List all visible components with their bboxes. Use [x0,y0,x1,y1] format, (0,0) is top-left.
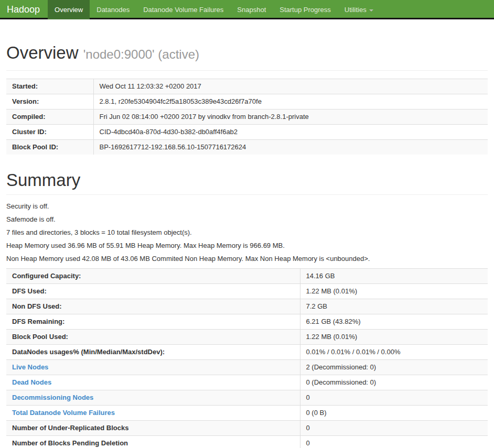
non-heap-memory-text: Non Heap Memory used 42.08 MB of 43.06 M… [6,255,488,263]
table-row: Cluster ID: CID-4dbcd40a-870d-4d30-b382-… [6,125,488,140]
heap-memory-text: Heap Memory used 36.96 MB of 55.91 MB He… [6,242,488,249]
main-content: Overview 'node0:9000' (active) Started: … [0,43,494,448]
row-label: Total Datanode Volume Failures [6,406,300,421]
row-value: 14.16 GB [300,269,488,284]
nav-item-overview: Overview [48,0,90,19]
table-row: Block Pool ID: BP-1692617712-192.168.56.… [6,140,488,155]
table-row: Block Pool Used: 1.22 MB (0.01%) [6,330,488,345]
navbar-inner: Hadoop Overview Datanodes Datanode Volum… [0,0,494,19]
nav-link-datanode-volume-failures[interactable]: Datanode Volume Failures [136,0,230,19]
table-row: Compiled: Fri Jun 02 08:14:00 +0200 2017… [6,110,488,125]
row-value: CID-4dbcd40a-870d-4d30-b382-db0aff4f6ab2 [93,125,488,140]
row-label: DFS Used: [6,284,300,299]
row-label: Configured Capacity: [6,269,300,284]
row-label: Block Pool ID: [6,140,93,155]
nav-link-datanodes[interactable]: Datanodes [90,0,136,19]
row-label: Cluster ID: [6,125,93,140]
table-row: DataNodes usages% (Min/Median/Max/stdDev… [6,345,488,360]
row-value: 2 (Decommissioned: 0) [300,360,488,375]
nav-item-datanodes: Datanodes [90,0,136,19]
nav-link-startup-progress[interactable]: Startup Progress [273,0,338,19]
overview-table: Started: Wed Oct 11 12:03:32 +0200 2017 … [6,79,488,155]
summary-title: Summary [6,171,488,190]
divider [6,70,488,71]
table-row: Dead Nodes 0 (Decommissioned: 0) [6,375,488,390]
row-label: Compiled: [6,110,93,125]
decommissioning-nodes-link[interactable]: Decommissioning Nodes [12,394,93,401]
row-label: Started: [6,79,93,94]
nav-link-utilities-dropdown[interactable]: Utilities [338,0,380,19]
row-value: 0 [300,390,488,406]
row-value: 7.2 GB [300,299,488,314]
row-label: Decommissioning Nodes [6,390,300,406]
row-value: 6.21 GB (43.82%) [300,314,488,330]
row-label: Number of Blocks Pending Deletion [6,436,300,448]
live-nodes-link[interactable]: Live Nodes [12,363,48,371]
row-value: 0 (0 B) [300,406,488,421]
summary-table: Configured Capacity: 14.16 GB DFS Used: … [6,268,488,448]
divider [6,194,488,195]
row-value: 1.22 MB (0.01%) [300,330,488,345]
table-row: DFS Remaining: 6.21 GB (43.82%) [6,314,488,330]
row-value: Fri Jun 02 08:14:00 +0200 2017 by vinodk… [93,110,488,125]
nav-item-startup-progress: Startup Progress [273,0,338,19]
row-value: 2.8.1, r20fe5304904fc2f5a18053c389e43cd2… [93,94,488,110]
nav-item-utilities: Utilities [338,0,380,19]
row-label: Non DFS Used: [6,299,300,314]
total-datanode-volume-failures-link[interactable]: Total Datanode Volume Failures [12,409,115,417]
row-label: Dead Nodes [6,375,300,390]
page-title: Overview 'node0:9000' (active) [6,43,488,64]
row-label: Live Nodes [6,360,300,375]
security-status-text: Security is off. [6,203,488,210]
table-row: Started: Wed Oct 11 12:03:32 +0200 2017 [6,79,488,94]
table-row: Total Datanode Volume Failures 0 (0 B) [6,406,488,421]
nav-menu: Overview Datanodes Datanode Volume Failu… [48,0,380,19]
row-label: Number of Under-Replicated Blocks [6,421,300,436]
row-value: 0 [300,436,488,448]
filesystem-objects-text: 7 files and directories, 3 blocks = 10 t… [6,229,488,236]
row-label: Version: [6,94,93,110]
safemode-status-text: Safemode is off. [6,216,488,223]
nav-item-datanode-volume-failures: Datanode Volume Failures [136,0,230,19]
nav-link-snapshot[interactable]: Snapshot [230,0,273,19]
row-value: 0 [300,421,488,436]
navbar: Hadoop Overview Datanodes Datanode Volum… [0,0,494,19]
row-value: BP-1692617712-192.168.56.10-150771617262… [93,140,488,155]
row-label: DataNodes usages% (Min/Median/Max/stdDev… [6,345,300,360]
nav-link-overview[interactable]: Overview [48,0,90,19]
table-row: Configured Capacity: 14.16 GB [6,269,488,284]
row-label: Block Pool Used: [6,330,300,345]
row-value: Wed Oct 11 12:03:32 +0200 2017 [93,79,488,94]
table-row: Non DFS Used: 7.2 GB [6,299,488,314]
row-value: 0.01% / 0.01% / 0.01% / 0.00% [300,345,488,360]
dead-nodes-link[interactable]: Dead Nodes [12,378,51,386]
chevron-down-icon [369,9,373,12]
table-row: Version: 2.8.1, r20fe5304904fc2f5a18053c… [6,94,488,110]
table-row: Number of Blocks Pending Deletion 0 [6,436,488,448]
row-value: 0 (Decommissioned: 0) [300,375,488,390]
page-title-text: Overview [6,43,79,62]
nav-link-utilities-label: Utilities [345,6,367,14]
page-title-subtitle: 'node0:9000' (active) [83,47,199,61]
brand-hadoop[interactable]: Hadoop [0,0,48,19]
table-row: Decommissioning Nodes 0 [6,390,488,406]
table-row: DFS Used: 1.22 MB (0.01%) [6,284,488,299]
table-row: Live Nodes 2 (Decommissioned: 0) [6,360,488,375]
row-label: DFS Remaining: [6,314,300,330]
table-row: Number of Under-Replicated Blocks 0 [6,421,488,436]
nav-item-snapshot: Snapshot [230,0,273,19]
row-value: 1.22 MB (0.01%) [300,284,488,299]
